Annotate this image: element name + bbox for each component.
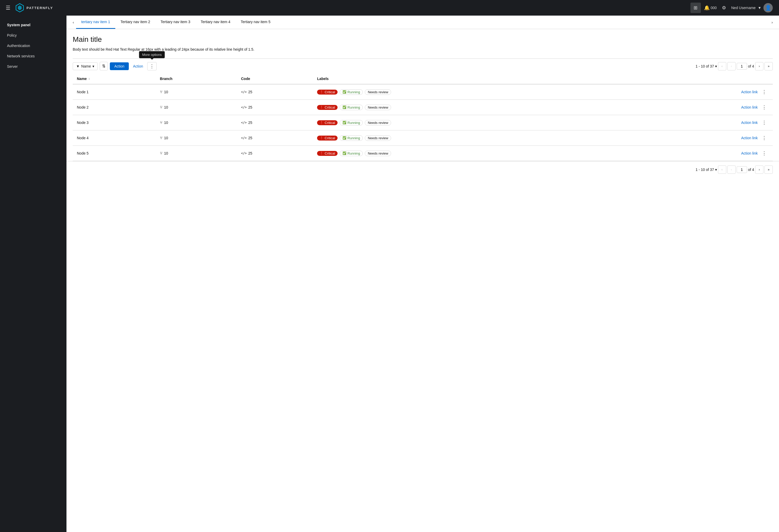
tab-tertiary-2[interactable]: Tertiary nav item 2 (115, 15, 155, 29)
sidebar-item-system-panel[interactable]: System panel (0, 20, 66, 30)
pagination-range-dropdown-icon: ▾ (715, 64, 717, 68)
branch-icon: ⑂ (160, 151, 163, 156)
col-header-branch: Branch (156, 73, 237, 84)
row-kebab-icon: ⋮ (762, 105, 767, 110)
action-link-button[interactable]: Action link (741, 136, 758, 140)
more-options-tooltip: More options (139, 51, 165, 58)
running-icon: ✅ (343, 106, 346, 109)
branch-count: 10 (164, 90, 168, 94)
grid-button[interactable]: ⊞ (691, 3, 701, 13)
sort-button[interactable]: ⇅ (100, 62, 108, 70)
notification-button[interactable]: 🔔 000 (702, 3, 719, 12)
page-number-input[interactable] (737, 63, 747, 70)
bottom-pagination-range[interactable]: 1 - 10 of 37 ▾ (696, 168, 717, 172)
badge-running: ✅Running (340, 90, 363, 95)
cell-branch: ⑂10 (156, 146, 237, 161)
settings-button[interactable]: ⚙ (720, 3, 728, 12)
action-link-button[interactable]: Action link (741, 151, 758, 155)
table-row: Node 3⑂10</>25❗Critical✅RunningNeeds rev… (73, 115, 773, 130)
action-link-button[interactable]: Action link (741, 90, 758, 94)
row-kebab-button[interactable]: ⋮ (760, 88, 769, 96)
code-count: 25 (248, 105, 252, 109)
hamburger-button[interactable]: ☰ (4, 3, 12, 12)
user-menu-button[interactable]: Ned Username ▼ 👤 (729, 2, 775, 14)
row-kebab-button[interactable]: ⋮ (760, 119, 769, 126)
critical-icon: ❗ (320, 136, 323, 140)
nav-next-arrow[interactable]: › (769, 16, 775, 28)
sort-icon: ⇅ (102, 64, 106, 69)
critical-icon: ❗ (320, 121, 323, 124)
bottom-pagination-last-button[interactable]: » (765, 166, 773, 174)
bottom-pagination-first-button[interactable]: « (718, 166, 726, 174)
tab-tertiary-3[interactable]: Tertiary nav item 3 (155, 15, 195, 29)
action-primary-button[interactable]: Action (110, 62, 129, 70)
table-header: Name ↕ Branch Code Labels (73, 73, 773, 84)
bottom-pagination-prev-button[interactable]: ‹ (727, 166, 736, 174)
code-icon: </> (241, 106, 247, 109)
cell-actions: Action link ⋮ (633, 84, 773, 100)
running-icon: ✅ (343, 152, 346, 155)
cell-labels: ❗Critical✅RunningNeeds review (313, 130, 633, 146)
tab-tertiary-5[interactable]: Tertiary nav item 5 (236, 15, 276, 29)
pagination-range[interactable]: 1 - 10 of 37 ▾ (696, 64, 717, 68)
cell-labels: ❗Critical✅RunningNeeds review (313, 146, 633, 161)
sidebar-item-policy[interactable]: Policy (0, 30, 66, 41)
bottom-pagination-next-button[interactable]: › (755, 166, 764, 174)
col-header-code: Code (237, 73, 313, 84)
critical-icon: ❗ (320, 152, 323, 155)
action-link-button[interactable]: Action (131, 63, 145, 70)
badge-running: ✅Running (340, 105, 363, 110)
badge-running: ✅Running (340, 151, 363, 156)
code-count: 25 (248, 121, 252, 125)
settings-icon: ⚙ (722, 5, 726, 10)
page-body: Main title Body text should be Red Hat T… (66, 29, 779, 161)
cell-actions: Action link ⋮ (633, 146, 773, 161)
app-header: ☰ PATTERNFLY ⊞ 🔔 000 ⚙ Ned Username ▼ 👤 (0, 0, 779, 15)
tab-tertiary-4[interactable]: Tertiary nav item 4 (195, 15, 236, 29)
cell-branch: ⑂10 (156, 100, 237, 115)
bell-icon: 🔔 (704, 5, 710, 11)
pagination-next-button[interactable]: › (755, 62, 764, 70)
row-kebab-button[interactable]: ⋮ (760, 150, 769, 157)
grid-icon: ⊞ (694, 5, 698, 11)
branch-icon: ⑂ (160, 90, 163, 94)
kebab-button[interactable]: ⋮ (147, 62, 157, 70)
sort-icon: ↕ (88, 77, 90, 80)
branch-count: 10 (164, 105, 168, 109)
action-link-button[interactable]: Action link (741, 121, 758, 125)
logo-link[interactable]: PATTERNFLY (15, 3, 53, 12)
sidebar-item-label: Network services (7, 54, 35, 58)
bottom-page-number-input[interactable] (737, 166, 747, 173)
cell-code: </>25 (237, 84, 313, 100)
sidebar-item-network-services[interactable]: Network services (0, 51, 66, 61)
cell-labels: ❗Critical✅RunningNeeds review (313, 100, 633, 115)
row-kebab-button[interactable]: ⋮ (760, 134, 769, 142)
pagination-last-button[interactable]: » (765, 62, 773, 70)
sort-name[interactable]: Name ↕ (77, 77, 152, 81)
sidebar-item-label: Policy (7, 33, 17, 38)
table-body: Node 1⑂10</>25❗Critical✅RunningNeeds rev… (73, 84, 773, 161)
code-count: 25 (248, 151, 252, 155)
critical-icon: ❗ (320, 90, 323, 94)
badge-needs-review: Needs review (365, 120, 391, 125)
sidebar-item-authentication[interactable]: Authentication (0, 41, 66, 51)
badge-critical: ❗Critical (317, 151, 338, 156)
pagination-first-button[interactable]: « (718, 62, 726, 70)
sidebar: System panel Policy Authentication Netwo… (0, 15, 66, 532)
tab-tertiary-1[interactable]: tertiary nav item 1 (76, 15, 115, 29)
filter-button[interactable]: ▼ Name ▾ (73, 62, 98, 70)
row-kebab-button[interactable]: ⋮ (760, 103, 769, 111)
header-right-controls: ⊞ 🔔 000 ⚙ Ned Username ▼ 👤 (691, 2, 775, 14)
username-label: Ned Username (731, 6, 756, 10)
badge-needs-review: Needs review (365, 105, 391, 110)
logo-icon (15, 3, 24, 12)
badge-critical: ❗Critical (317, 120, 338, 125)
svg-marker-1 (18, 5, 21, 10)
cell-name: Node 2 (73, 100, 156, 115)
sidebar-item-server[interactable]: Server (0, 61, 66, 72)
code-count: 25 (248, 136, 252, 140)
avatar-icon: 👤 (765, 5, 772, 11)
action-link-button[interactable]: Action link (741, 105, 758, 109)
pagination-prev-button[interactable]: ‹ (727, 62, 736, 70)
nav-prev-arrow[interactable]: ‹ (71, 16, 76, 28)
